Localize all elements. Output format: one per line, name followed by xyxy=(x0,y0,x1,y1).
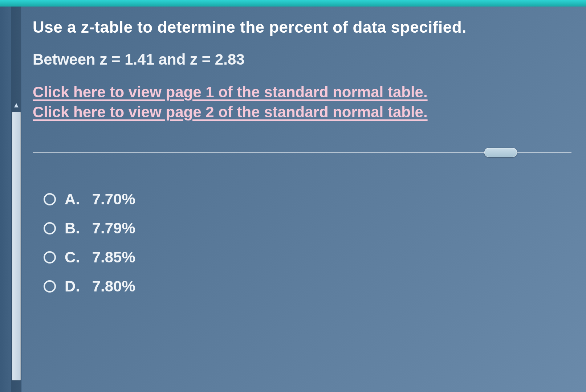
option-c[interactable]: C. 7.85% xyxy=(44,249,571,266)
question-subtitle: Between z = 1.41 and z = 2.83 xyxy=(33,51,571,68)
radio-icon[interactable] xyxy=(44,193,56,205)
option-label: D. 7.80% xyxy=(65,278,135,295)
divider-handle[interactable] xyxy=(484,148,517,157)
option-d[interactable]: D. 7.80% xyxy=(44,278,571,295)
answer-options: A. 7.70% B. 7.79% C. 7.85% D. 7.80% xyxy=(44,191,571,295)
section-divider xyxy=(33,147,571,158)
window-top-bar xyxy=(0,0,586,7)
option-value: 7.79% xyxy=(92,220,135,237)
radio-icon[interactable] xyxy=(44,222,56,234)
scroll-up-icon[interactable]: ▲ xyxy=(12,101,20,109)
option-label: A. 7.70% xyxy=(65,191,135,208)
radio-icon[interactable] xyxy=(44,251,56,264)
vertical-scrollbar[interactable]: ▲ xyxy=(11,7,21,392)
option-b[interactable]: B. 7.79% xyxy=(44,220,571,237)
radio-icon[interactable] xyxy=(44,280,56,293)
scrollbar-thumb[interactable] xyxy=(12,112,21,380)
option-value: 7.85% xyxy=(92,249,135,266)
option-a[interactable]: A. 7.70% xyxy=(44,191,571,208)
link-normal-table-page-1[interactable]: Click here to view page 1 of the standar… xyxy=(33,83,571,102)
question-title: Use a z-table to determine the percent o… xyxy=(33,18,571,36)
option-letter: D. xyxy=(65,278,88,295)
option-letter: A. xyxy=(65,191,88,208)
option-label: C. 7.85% xyxy=(65,249,135,266)
option-letter: B. xyxy=(65,220,88,237)
link-normal-table-page-2[interactable]: Click here to view page 2 of the standar… xyxy=(33,103,571,122)
question-panel: Use a z-table to determine the percent o… xyxy=(29,11,575,385)
option-label: B. 7.79% xyxy=(65,220,135,237)
option-value: 7.70% xyxy=(92,191,135,208)
option-value: 7.80% xyxy=(92,278,135,295)
option-letter: C. xyxy=(65,249,88,266)
